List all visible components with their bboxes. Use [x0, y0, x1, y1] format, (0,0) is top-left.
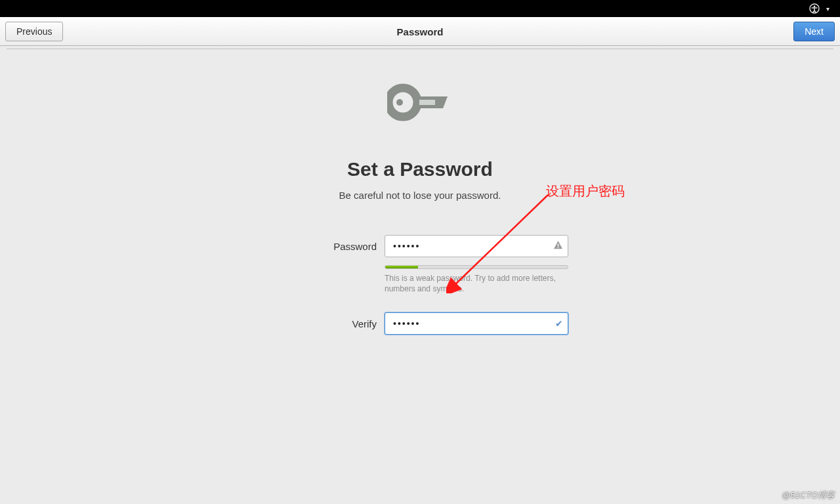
- annotation-text: 设置用户密码: [546, 182, 625, 200]
- verify-label: Verify: [272, 318, 377, 329]
- verify-input-wrap: ✔: [385, 312, 568, 335]
- previous-button[interactable]: Previous: [5, 22, 63, 41]
- top-panel: ▾: [0, 0, 840, 17]
- chevron-down-icon[interactable]: ▾: [826, 5, 830, 12]
- verify-input[interactable]: [385, 312, 568, 335]
- password-row: Password: [272, 235, 568, 257]
- password-label: Password: [272, 241, 377, 252]
- svg-point-1: [814, 6, 816, 8]
- svg-rect-4: [419, 100, 435, 105]
- watermark: @51CTO博客: [782, 490, 835, 501]
- key-icon: [387, 82, 453, 125]
- header-title: Password: [0, 26, 840, 37]
- verify-row: Verify ✔: [272, 312, 568, 335]
- password-input[interactable]: [385, 235, 568, 257]
- next-button[interactable]: Next: [793, 22, 835, 41]
- page-title: Set a Password: [347, 158, 493, 180]
- accessibility-icon[interactable]: [809, 3, 820, 14]
- header-bar: Previous Password Next: [0, 17, 840, 46]
- password-input-wrap: [385, 235, 568, 257]
- page-subtitle: Be careful not to lose your password.: [339, 190, 501, 201]
- content-area: Set a Password Be careful not to lose yo…: [0, 49, 840, 340]
- svg-point-3: [396, 99, 403, 106]
- password-strength-meter: [385, 265, 568, 269]
- password-strength-hint: This is a weak password. Try to add more…: [385, 273, 568, 294]
